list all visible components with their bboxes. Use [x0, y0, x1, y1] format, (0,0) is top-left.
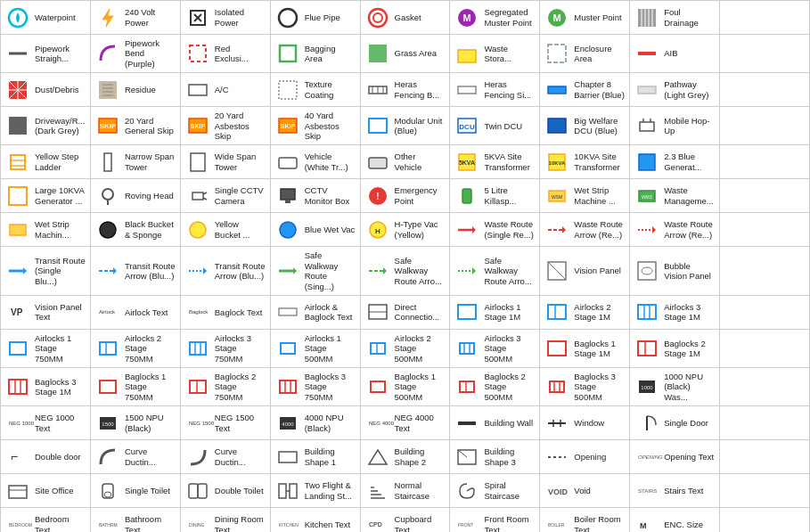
cell-label-opening-text: Opening Text: [664, 452, 715, 462]
legend-cell-waste-route-re2: Waste Route Arrow (Re...): [630, 213, 720, 247]
airlocks1-500-icon: [275, 336, 300, 361]
legend-cell-neg1000-text: NEG 1000NEG 1000 Text: [1, 406, 91, 440]
curve-duct1-icon: [95, 445, 120, 470]
vehicle-white-icon: [275, 150, 300, 175]
cell-label-airlocks2-500: Airlocks 2 Stage 500MM: [395, 333, 446, 364]
legend-cell-empty: [720, 296, 810, 330]
waste-route-re2-icon: [634, 217, 659, 242]
10kva-icon: 10KVA: [544, 150, 569, 175]
cctv-monitor-icon: [275, 184, 300, 209]
svg-rect-151: [550, 381, 564, 392]
legend-cell-empty: [720, 35, 810, 73]
legend-cell-empty: [720, 330, 810, 368]
legend-cell-bagging: Bagging Area: [271, 35, 361, 73]
legend-cell-vehicle-white: Vehicle (White Tr...): [271, 145, 361, 179]
legend-cell-large10kva: Large 10KVA Generator ...: [1, 179, 91, 213]
svg-rect-75: [281, 189, 295, 200]
legend-cell-10kva: 10KVA10KVA Site Transformer: [540, 145, 630, 179]
bubble-vision-icon: [634, 258, 659, 283]
legend-cell-normal-stair: Normal Staircase: [361, 474, 451, 508]
stairs-text-icon: STAIRS: [634, 479, 659, 503]
5litre-icon: [454, 184, 479, 209]
svg-rect-79: [462, 189, 471, 203]
cell-label-wide-span: Wide Span Tower: [215, 151, 266, 172]
airlock-text-icon: Airlock: [95, 299, 120, 324]
cell-label-safe-walkway-arr: Safe Walkway Route Arro...: [395, 256, 446, 286]
svg-rect-136: [548, 341, 566, 356]
legend-cell-transit-arrow-blu2: Transit Route Arrow (Blu...): [181, 247, 271, 296]
modular-icon: [365, 113, 390, 138]
cell-label-baglocks2-750: Baglocks 2 Stage 750MM: [215, 372, 266, 402]
cell-label-wet-strip: Wet Strip Machine ...: [574, 185, 625, 206]
cell-label-bathroom-text: Bathroom Text: [125, 514, 176, 532]
roving-head-icon: [95, 184, 120, 209]
waste-mgmt-icon: WMS: [634, 184, 659, 209]
cell-label-site-office: Site Office: [35, 486, 86, 495]
cell-label-2-3blue: 2.3 Blue Generat...: [664, 151, 715, 172]
2-3blue-icon: [634, 150, 659, 175]
svg-rect-180: [198, 484, 207, 498]
legend-cell-empty: [720, 440, 810, 474]
building-shape3-icon: [454, 445, 479, 470]
cell-label-airlocks3-1m: Airlocks 3 Stage 1M: [664, 302, 715, 323]
svg-rect-20: [369, 45, 387, 62]
svg-rect-68: [639, 154, 655, 170]
svg-rect-118: [458, 305, 476, 319]
cell-label-aib: AIB: [664, 48, 715, 58]
cell-label-dining-text: Dining Room Text: [215, 514, 266, 532]
legend-cell-gasket: Gasket: [361, 1, 451, 35]
legend-cell-heras-fencing-b: Heras Fencing B...: [361, 73, 451, 107]
legend-cell-pipework-straight: Pipework Straigh...: [1, 35, 91, 73]
legend-cell-airlocks2-500: Airlocks 2 Stage 500MM: [361, 330, 451, 368]
svg-text:Baglock: Baglock: [189, 309, 209, 315]
legend-cell-transit-arrow-blu: Transit Route Arrow (Blu...): [91, 247, 181, 296]
airlocks2-500-icon: [365, 336, 390, 361]
svg-text:VOID: VOID: [548, 487, 569, 496]
legend-cell-roving-head: Roving Head: [91, 179, 181, 213]
svg-rect-139: [9, 380, 27, 394]
cell-label-single-door: Single Door: [664, 418, 715, 428]
svg-rect-54: [640, 122, 654, 131]
cell-label-modular: Modular Unit (Blue): [395, 116, 446, 136]
legend-cell-empty: [720, 213, 810, 247]
cell-label-double-door: Double door: [35, 452, 86, 462]
legend-cell-red-exclu: Red Exclusi...: [181, 35, 271, 73]
legend-cell-texture: Texture Coating: [271, 73, 361, 107]
emergency-icon: !: [365, 184, 390, 209]
cell-label-20yard: 20 Yard General Skip: [125, 116, 176, 136]
cell-label-waste-route-single: Waste Route (Single Re...): [484, 219, 535, 240]
cell-label-window: Window: [574, 418, 625, 428]
svg-rect-175: [9, 486, 27, 498]
cell-label-red-exclu: Red Exclusi...: [215, 44, 266, 64]
wet-strip2-icon: [5, 217, 30, 242]
legend-cell-residue: Residue: [91, 73, 181, 107]
legend-cell-baglocks1-500: Baglocks 1 Stage 500MM: [361, 368, 451, 406]
vision-panel-icon: [544, 258, 569, 283]
svg-rect-177: [102, 484, 113, 498]
svg-rect-84: [10, 225, 26, 235]
legend-cell-empty: [720, 406, 810, 440]
neg1000-text-icon: NEG 1000: [5, 411, 30, 436]
cell-label-baglocks3-1m: Baglocks 3 Stage 1M: [35, 377, 86, 397]
cell-label-waterpoint: Waterpoint: [35, 12, 86, 22]
svg-text:SKIP: SKIP: [191, 123, 206, 129]
h-type-yellow-icon: H: [365, 217, 390, 242]
baglocks2-1m-icon: [634, 336, 659, 361]
yellow-bucket-icon: [185, 217, 210, 242]
cell-label-heras-fencing-s: Heras Fencing Si...: [484, 79, 535, 100]
legend-cell-airlock-text: AirlockAirlock Text: [91, 296, 181, 330]
svg-point-86: [190, 222, 206, 238]
legend-cell-baglocks2-750: Baglocks 2 Stage 750MM: [181, 368, 271, 406]
ac-icon: [185, 78, 210, 102]
svg-text:H: H: [375, 227, 380, 235]
cell-label-kitchen-text: Kitchen Text: [305, 520, 356, 529]
svg-text:OPENING: OPENING: [638, 454, 663, 460]
legend-cell-waterpoint: Waterpoint: [1, 1, 91, 35]
legend-cell-20yard-asb: SKIP20 Yard Asbestos Skip: [181, 107, 271, 145]
20yard-icon: SKIP: [95, 113, 120, 138]
airlock-baglock-icon: [275, 299, 300, 324]
legend-cell-airlocks2-1m: Airlocks 2 Stage 1M: [540, 296, 630, 330]
window-icon: [544, 411, 569, 436]
legend-cell-cpd: CPDCupboard Text: [361, 508, 451, 532]
legend-cell-baglocks1-750: Baglocks 1 Stage 750MM: [91, 368, 181, 406]
